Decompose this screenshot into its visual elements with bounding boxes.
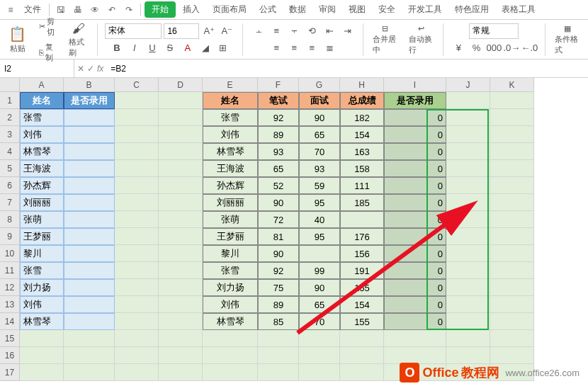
cell[interactable]: 张雪 [20, 262, 64, 279]
cell[interactable]: 90 [258, 194, 299, 211]
grow-font-icon[interactable]: A⁺ [201, 23, 217, 39]
dec-inc-icon[interactable]: .0→ [504, 40, 519, 56]
undo-icon[interactable]: ↶ [104, 2, 120, 18]
cell[interactable] [115, 296, 159, 313]
cell[interactable] [490, 262, 534, 279]
cell[interactable]: 158 [340, 160, 384, 177]
cell[interactable] [446, 347, 490, 364]
cell[interactable] [159, 347, 203, 364]
cancel-icon[interactable]: ✕ [77, 64, 84, 74]
fill-color-button[interactable]: ◢ [198, 40, 213, 56]
cut-button[interactable]: ✂剪切 [36, 15, 59, 39]
cell[interactable] [64, 364, 115, 381]
tab-start[interactable]: 开始 [145, 1, 176, 18]
cell[interactable] [115, 126, 159, 143]
shrink-font-icon[interactable]: A⁻ [219, 23, 234, 39]
cell[interactable]: 刘伟 [20, 296, 64, 313]
spreadsheet-grid[interactable]: ABCDEFGHIJK 1234567891011121314151617 姓名… [0, 78, 588, 391]
cell[interactable]: 0 [384, 279, 446, 296]
cell[interactable] [446, 262, 490, 279]
cell[interactable] [490, 228, 534, 245]
cell[interactable] [159, 364, 203, 381]
cell[interactable]: 是否录用 [384, 92, 446, 109]
row-header[interactable]: 13 [0, 296, 20, 313]
cell[interactable] [490, 92, 534, 109]
cell[interactable] [64, 245, 115, 262]
col-header[interactable]: A [20, 78, 64, 92]
row-header[interactable]: 15 [0, 330, 20, 347]
cell[interactable]: 刘丽丽 [20, 194, 64, 211]
cell[interactable] [490, 330, 534, 347]
cell[interactable] [446, 160, 490, 177]
cell[interactable]: 张雪 [203, 262, 258, 279]
cell[interactable]: 191 [340, 262, 384, 279]
cell[interactable]: 刘伟 [20, 126, 64, 143]
redo-icon[interactable]: ↷ [121, 2, 137, 18]
cell[interactable] [159, 126, 203, 143]
cell[interactable]: 99 [299, 262, 340, 279]
cell[interactable] [446, 177, 490, 194]
cell[interactable]: 0 [384, 160, 446, 177]
cell[interactable]: 0 [384, 313, 446, 330]
merge-button[interactable]: ⊟ 合并居中 [368, 23, 402, 57]
fx-icon[interactable]: fx [97, 64, 103, 74]
cell[interactable]: 总成绩 [340, 92, 384, 109]
cell[interactable]: 0 [384, 228, 446, 245]
cell[interactable] [490, 126, 534, 143]
confirm-icon[interactable]: ✓ [87, 64, 94, 74]
cell[interactable]: 72 [258, 211, 299, 228]
cell[interactable]: 0 [384, 194, 446, 211]
cell[interactable] [64, 330, 115, 347]
align-top-icon[interactable]: ⫠ [251, 23, 266, 39]
cell[interactable]: 黎川 [203, 245, 258, 262]
cell[interactable] [64, 262, 115, 279]
cell[interactable]: 65 [299, 296, 340, 313]
cell[interactable] [159, 92, 203, 109]
cell[interactable]: 0 [384, 109, 446, 126]
row-header[interactable]: 9 [0, 228, 20, 245]
cell[interactable] [258, 364, 299, 381]
cell[interactable]: 笔试 [258, 92, 299, 109]
cell[interactable] [446, 313, 490, 330]
tab-table-tools[interactable]: 表格工具 [496, 1, 541, 18]
row-header[interactable]: 5 [0, 160, 20, 177]
col-header[interactable]: G [299, 78, 340, 92]
cell[interactable]: 刘伟 [203, 126, 258, 143]
cell[interactable] [115, 194, 159, 211]
cell[interactable]: 姓名 [203, 92, 258, 109]
tab-insert[interactable]: 插入 [177, 1, 205, 18]
cell[interactable] [490, 143, 534, 160]
cell[interactable] [340, 364, 384, 381]
cell[interactable] [446, 211, 490, 228]
cell[interactable]: 154 [340, 296, 384, 313]
border-button[interactable]: ⊞ [215, 40, 231, 56]
font-color-button[interactable]: A [180, 40, 196, 56]
cell[interactable] [446, 296, 490, 313]
cell[interactable] [446, 126, 490, 143]
number-format-select[interactable]: 常规 [469, 23, 519, 39]
cell[interactable] [299, 245, 340, 262]
cell[interactable]: 92 [258, 109, 299, 126]
cell[interactable] [64, 211, 115, 228]
cell[interactable] [115, 347, 159, 364]
col-header[interactable]: I [384, 78, 446, 92]
cell[interactable] [159, 228, 203, 245]
row-header[interactable]: 12 [0, 279, 20, 296]
bold-button[interactable]: B [109, 40, 125, 56]
cell[interactable] [115, 364, 159, 381]
cell[interactable] [446, 228, 490, 245]
cell[interactable]: 52 [258, 177, 299, 194]
cell[interactable]: 孙杰辉 [203, 177, 258, 194]
percent-icon[interactable]: % [468, 40, 484, 56]
cell[interactable] [115, 143, 159, 160]
cell[interactable] [159, 330, 203, 347]
cell[interactable] [490, 211, 534, 228]
tab-review[interactable]: 审阅 [313, 1, 341, 18]
cell[interactable]: 刘伟 [203, 296, 258, 313]
cell[interactable]: 王海波 [203, 160, 258, 177]
cell[interactable] [490, 245, 534, 262]
cell[interactable] [64, 313, 115, 330]
row-header[interactable]: 11 [0, 262, 20, 279]
row-header[interactable]: 7 [0, 194, 20, 211]
preview-icon[interactable]: 👁 [87, 2, 103, 18]
